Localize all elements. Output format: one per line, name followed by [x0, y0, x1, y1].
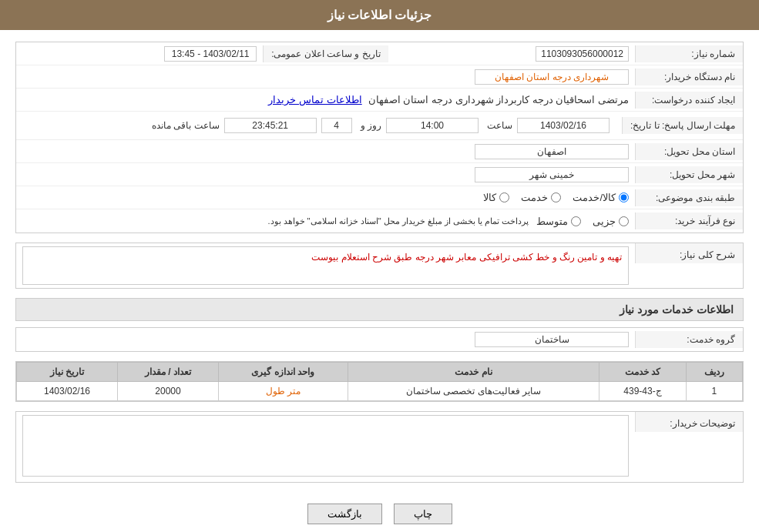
need-number-box: 1103093056000012 — [536, 46, 629, 62]
need-number-row: شماره نیاز: 1103093056000012 تاریخ و ساع… — [16, 42, 743, 65]
buttons-row: چاپ بازگشت — [15, 492, 744, 532]
buyer-notes-section: توضیحات خریدار: — [15, 411, 744, 483]
buyer-notes-value — [16, 412, 635, 482]
main-info-section: شماره نیاز: 1103093056000012 تاریخ و ساع… — [15, 42, 744, 233]
announcement-label: تاریخ و ساعت اعلان عمومی: — [263, 45, 388, 62]
deadline-time-label: ساعت — [487, 120, 512, 131]
buyer-notes-label: توضیحات خریدار: — [635, 412, 743, 432]
description-label: شرح کلی نیاز: — [635, 243, 743, 263]
service-group-section: گروه خدمت: ساختمان — [15, 327, 744, 352]
buyer-org-value: شهرداری درجه استان اصفهان — [16, 66, 635, 88]
creator-row: ایجاد کننده درخواست: مرتضی اسحاقیان درجه… — [16, 89, 743, 112]
process-label-jozyi: جزیی — [593, 216, 616, 227]
description-section: شرح کلی نیاز: تهیه و تامین رنگ و خط کشی … — [15, 243, 744, 289]
city-box: خمینی شهر — [475, 167, 629, 182]
service-group-box: ساختمان — [475, 332, 629, 347]
description-text: تهیه و تامین رنگ و خط کشی ترافیکی معابر … — [22, 246, 629, 285]
creator-label: ایجاد کننده درخواست: — [635, 92, 743, 109]
deadline-remaining-label: ساعت باقی مانده — [152, 120, 220, 131]
process-label-motavasset: متوسط — [536, 216, 568, 227]
service-group-label: گروه خدمت: — [635, 331, 743, 348]
page-title: جزئیات اطلاعات نیاز — [0, 0, 759, 30]
cell-code: ج-43-439 — [599, 382, 687, 401]
col-quantity: تعداد / مقدار — [118, 363, 219, 382]
category-row: طبقه بندی موضوعی: کالا/خدمت خدمت — [16, 186, 743, 209]
category-label-khedmat: خدمت — [521, 192, 548, 203]
deadline-value: 1403/02/16 ساعت 14:00 روز و 4 23:45:21 س… — [16, 112, 622, 139]
province-row: استان محل تحویل: اصفهان — [16, 140, 743, 163]
cell-unit: متر طول — [218, 382, 348, 401]
buyer-notes-textarea[interactable] — [22, 415, 629, 477]
buyer-org-box: شهرداری درجه استان اصفهان — [475, 69, 629, 85]
province-box: اصفهان — [475, 144, 629, 159]
contact-link[interactable]: اطلاعات تماس خریدار — [268, 94, 361, 105]
province-label: استان محل تحویل: — [635, 143, 743, 160]
cell-radif: 1 — [686, 382, 742, 401]
need-number-value: 1103093056000012 — [388, 43, 635, 65]
category-label-kala: کالا — [483, 192, 496, 203]
announcement-box: 1403/02/11 - 13:45 — [164, 46, 257, 62]
buyer-org-label: نام دستگاه خریدار: — [635, 69, 743, 85]
creator-text: مرتضی اسحاقیان درجه کاربرداز شهرداری درج… — [368, 94, 629, 105]
table-row: 1 ج-43-439 سایر فعالیت‌های تخصصی ساختمان… — [17, 382, 743, 401]
table-header-row: ردیف کد خدمت نام خدمت واحد اندازه گیری ت… — [17, 363, 743, 382]
process-note: پرداخت تمام یا بخشی از مبلغ خریدار محل "… — [267, 216, 529, 226]
buyer-org-row: نام دستگاه خریدار: شهرداری درجه استان اص… — [16, 65, 743, 89]
col-unit: واحد اندازه گیری — [218, 363, 348, 382]
category-radio-kala[interactable] — [499, 192, 509, 202]
process-radio-motavasset[interactable] — [571, 216, 581, 226]
col-code: کد خدمت — [599, 363, 687, 382]
announcement-value: 1403/02/11 - 13:45 — [16, 43, 263, 65]
service-group-value: ساختمان — [16, 329, 635, 350]
deadline-days-box: 4 — [321, 118, 352, 133]
need-number-label: شماره نیاز: — [635, 45, 743, 62]
creator-value: مرتضی اسحاقیان درجه کاربرداز شهرداری درج… — [16, 91, 635, 109]
deadline-days-label: روز و — [361, 120, 381, 131]
process-label: نوع فرآیند خرید: — [635, 212, 743, 229]
deadline-time-box: 14:00 — [386, 118, 479, 133]
process-row: نوع فرآیند خرید: جزیی متوسط — [16, 209, 743, 233]
description-row: شرح کلی نیاز: تهیه و تامین رنگ و خط کشی … — [16, 243, 743, 288]
process-value: جزیی متوسط پرداخت تمام یا بخشی از مبلغ خ… — [16, 212, 635, 230]
deadline-remaining-box: 23:45:21 — [224, 118, 317, 133]
category-label: طبقه بندی موضوعی: — [635, 189, 743, 206]
category-label-kala-khedmat: کالا/خدمت — [573, 192, 616, 203]
service-group-row: گروه خدمت: ساختمان — [16, 328, 743, 351]
services-table-section: ردیف کد خدمت نام خدمت واحد اندازه گیری ت… — [15, 361, 744, 402]
col-date: تاریخ نیاز — [17, 363, 118, 382]
process-option-jozyi[interactable]: جزیی — [593, 216, 629, 227]
category-value: کالا/خدمت خدمت کالا — [16, 189, 635, 206]
category-radio-kala-khedmat[interactable] — [619, 192, 629, 202]
print-button[interactable]: چاپ — [394, 504, 452, 524]
deadline-row: مهلت ارسال پاسخ: تا تاریخ: 1403/02/16 سا… — [16, 112, 743, 140]
process-option-motavasset[interactable]: متوسط — [536, 216, 581, 227]
buyer-notes-row: توضیحات خریدار: — [16, 412, 743, 482]
deadline-date-box: 1403/02/16 — [517, 118, 610, 133]
category-option-kala-khedmat[interactable]: کالا/خدمت — [573, 192, 629, 203]
services-table: ردیف کد خدمت نام خدمت واحد اندازه گیری ت… — [16, 362, 743, 401]
cell-name: سایر فعالیت‌های تخصصی ساختمان — [348, 382, 599, 401]
process-radio-jozyi[interactable] — [619, 216, 629, 226]
cell-date: 1403/02/16 — [17, 382, 118, 401]
back-button[interactable]: بازگشت — [307, 504, 382, 524]
category-option-khedmat[interactable]: خدمت — [521, 192, 561, 203]
services-title: اطلاعات خدمات مورد نیاز — [15, 298, 744, 321]
col-radif: ردیف — [686, 363, 742, 382]
city-label: شهر محل تحویل: — [635, 166, 743, 183]
category-radio-khedmat[interactable] — [551, 192, 561, 202]
deadline-label: مهلت ارسال پاسخ: تا تاریخ: — [622, 117, 743, 134]
city-value: خمینی شهر — [16, 164, 635, 186]
province-value: اصفهان — [16, 141, 635, 162]
city-row: شهر محل تحویل: خمینی شهر — [16, 163, 743, 186]
category-option-kala[interactable]: کالا — [483, 192, 509, 203]
col-name: نام خدمت — [348, 363, 599, 382]
cell-quantity: 20000 — [118, 382, 219, 401]
description-value: تهیه و تامین رنگ و خط کشی ترافیکی معابر … — [16, 243, 635, 288]
